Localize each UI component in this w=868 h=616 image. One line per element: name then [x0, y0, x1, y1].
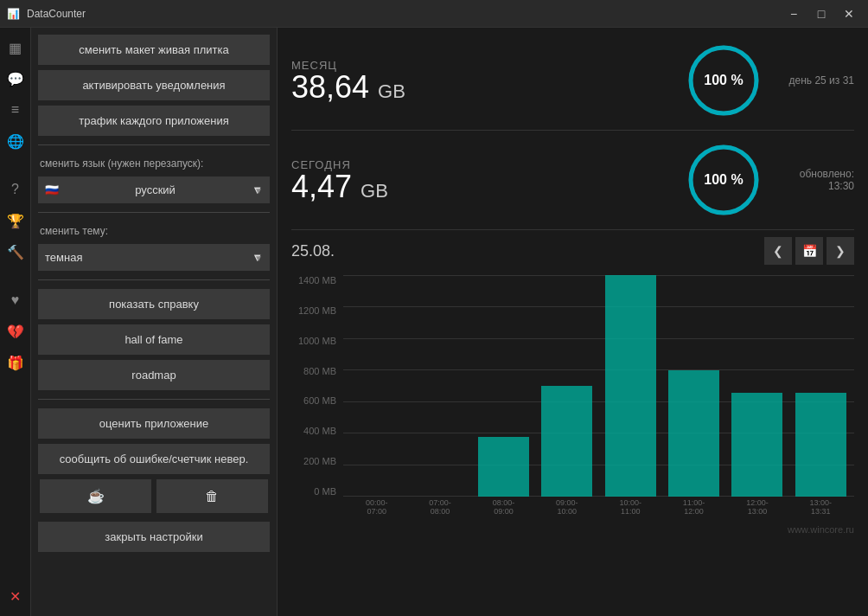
today-circle: 100 % [685, 141, 763, 219]
bar-5 [668, 370, 719, 497]
icon-bar-globe[interactable]: 🌐 [3, 128, 29, 154]
icon-bar-broken-heart[interactable]: 💔 [3, 318, 29, 344]
theme-select[interactable]: темная ▼ [38, 244, 270, 271]
today-stat-info: СЕГОДНЯ 4,47 GB [291, 158, 671, 202]
x-label-2: 08:00-09:00 [474, 497, 533, 517]
bar-group-6 [727, 275, 787, 497]
chart-area: 1400 MB 1200 MB 1000 MB 800 MB 600 MB 40… [291, 275, 854, 517]
sidebar-divider-4 [38, 399, 270, 400]
sidebar-btn-roadmap[interactable]: roadmap [38, 360, 270, 390]
chevron-down-icon: ▼ [252, 183, 263, 196]
sidebar-divider-2 [38, 212, 270, 213]
month-unit: GB [378, 80, 405, 102]
language-select[interactable]: 🇷🇺 русский ▼ [38, 176, 270, 203]
chart-y-200: 200 MB [291, 456, 336, 466]
title-bar-controls: − □ ✕ [782, 2, 861, 26]
sidebar-btn-hall-of-fame[interactable]: hall of fame [38, 324, 270, 355]
chart-x-labels: 00:00-07:00 07:00-08:00 08:00-09:00 09:0… [343, 497, 854, 517]
title-bar: 📊 DataCounter − □ ✕ [0, 0, 868, 28]
sidebar-bottom-icons: ☕ 🗑 [38, 479, 270, 513]
month-right-info: день 25 из 31 [776, 74, 854, 87]
sidebar-divider-3 [38, 279, 270, 280]
chart-y-800: 800 MB [291, 366, 336, 376]
title-bar-left: 📊 DataCounter [7, 8, 86, 20]
chart-y-axis: 1400 MB 1200 MB 1000 MB 800 MB 600 MB 40… [291, 275, 343, 517]
x-label-3: 09:00-10:00 [537, 497, 597, 517]
today-percent: 100 % [704, 172, 743, 188]
icon-bar-gift[interactable]: 🎁 [3, 350, 29, 375]
chevron-down-icon2: ▼ [252, 251, 263, 264]
sidebar-btn-app-traffic[interactable]: трафик каждого приложения [38, 106, 270, 136]
x-label-6: 12:00-13:00 [727, 497, 787, 517]
chart-y-1000: 1000 MB [291, 336, 336, 346]
chart-calendar-button[interactable]: 📅 [795, 237, 823, 265]
today-unit: GB [361, 180, 388, 202]
icon-bar-grid[interactable]: ▦ [3, 35, 29, 61]
bar-group-4 [601, 275, 661, 497]
x-label-7: 13:00-13:31 [791, 497, 851, 517]
maximize-button[interactable]: □ [809, 2, 833, 26]
bar-group-3 [537, 275, 597, 497]
main-content: МЕСЯЦ 38,64 GB 100 % день 25 из 31 СЕГОД [278, 28, 868, 616]
today-updated-time: 13:30 [828, 180, 854, 192]
sidebar-btn-help[interactable]: показать справку [38, 289, 270, 319]
month-circle: 100 % [685, 42, 763, 119]
chart-plot: 00:00-07:00 07:00-08:00 08:00-09:00 09:0… [343, 275, 854, 517]
close-button[interactable]: ✕ [837, 2, 861, 26]
today-stat-section: СЕГОДНЯ 4,47 GB 100 % обновлено: 13:30 [291, 141, 854, 230]
icon-bar-trophy[interactable]: 🏆 [3, 208, 29, 234]
chart-y-400: 400 MB [291, 426, 336, 436]
month-stat-section: МЕСЯЦ 38,64 GB 100 % день 25 из 31 [291, 42, 854, 131]
bar-2 [478, 437, 529, 497]
today-value: 4,47 GB [291, 171, 671, 202]
month-number: 38,64 [291, 69, 369, 105]
x-label-4: 10:00-11:00 [601, 497, 661, 517]
app-icon: 📊 [7, 8, 20, 20]
sidebar-btn-rate[interactable]: оценить приложение [38, 408, 270, 439]
chart-date: 25.08. [291, 242, 335, 260]
x-label-5: 11:00-12:00 [664, 497, 724, 517]
minimize-button[interactable]: − [782, 2, 806, 26]
chart-y-0: 0 MB [291, 486, 336, 497]
bar-group-2 [474, 275, 533, 497]
app-body: ▦ 💬 ≡ 🌐 ? 🏆 🔨 ♥ 💔 🎁 ✕ сменить макет жива… [0, 28, 868, 616]
sidebar-icon-btn-coffee[interactable]: ☕ [40, 479, 151, 513]
icon-bar: ▦ 💬 ≡ 🌐 ? 🏆 🔨 ♥ 💔 🎁 ✕ [0, 28, 31, 616]
bar-group-5 [664, 275, 724, 497]
icon-bar-heart[interactable]: ♥ [3, 287, 29, 313]
bar-4 [605, 275, 656, 497]
icon-bar-chat[interactable]: 💬 [3, 66, 29, 92]
chart-section: 25.08. ❮ 📅 ❯ 1400 MB 1200 MB 1000 MB 800… [291, 237, 854, 602]
bar-6 [731, 393, 782, 497]
month-day-info: день 25 из 31 [789, 74, 854, 87]
today-updated-label: обновлено: [800, 168, 854, 180]
close-icon[interactable]: ✕ [3, 583, 29, 609]
app-title: DataCounter [27, 8, 86, 20]
x-label-1: 07:00-08:00 [410, 497, 469, 517]
bar-group-7 [791, 275, 851, 497]
sidebar-divider-1 [38, 144, 270, 145]
watermark: www.wincore.ru [291, 524, 854, 535]
sidebar-close-btn[interactable]: закрыть настройки [38, 522, 270, 552]
icon-bar-list[interactable]: ≡ [3, 97, 29, 123]
sidebar: сменить макет живая плитка активировать … [31, 28, 278, 616]
sidebar-icon-btn-trash[interactable]: 🗑 [156, 479, 268, 513]
bar-7 [795, 393, 846, 497]
today-number: 4,47 [291, 169, 352, 204]
chart-y-600: 600 MB [291, 395, 336, 406]
chart-prev-button[interactable]: ❮ [764, 237, 792, 265]
icon-bar-roadmap[interactable]: 🔨 [3, 239, 29, 265]
icon-bar-question[interactable]: ? [3, 176, 29, 202]
chart-next-button[interactable]: ❯ [827, 237, 854, 265]
today-right-info: обновлено: 13:30 [776, 168, 854, 192]
chart-header: 25.08. ❮ 📅 ❯ [291, 237, 854, 265]
sidebar-btn-report[interactable]: сообщить об ошибке/счетчик невер. [38, 444, 270, 474]
chart-y-1200: 1200 MB [291, 305, 336, 316]
x-label-0: 00:00-07:00 [347, 497, 406, 517]
theme-label: сменить тему: [38, 221, 270, 239]
language-label: сменить язык (нужен перезапуск): [38, 154, 270, 171]
sidebar-btn-notifications[interactable]: активировать уведомления [38, 70, 270, 100]
sidebar-btn-live-tile[interactable]: сменить макет живая плитка [38, 35, 270, 65]
theme-value: темная [45, 251, 82, 264]
chart-y-1400: 1400 MB [291, 275, 336, 286]
